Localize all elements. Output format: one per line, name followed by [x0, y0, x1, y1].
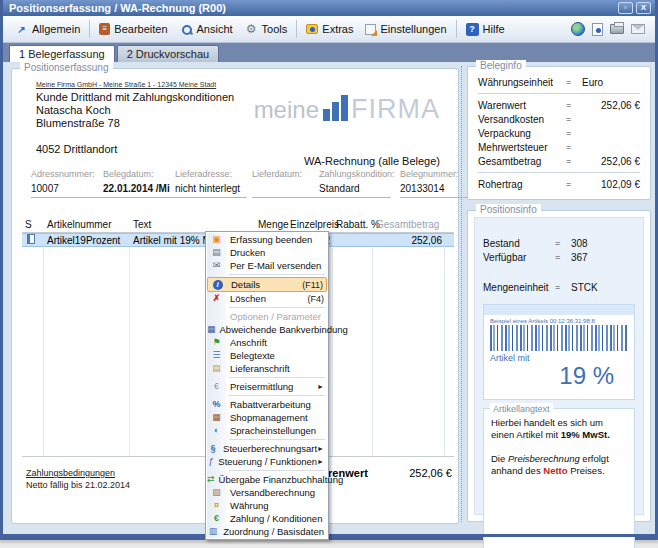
info-row-warenwert: Warenwert=252,06 € [478, 98, 640, 112]
field-zahlungskondition: Zahlungskondition: Standard [319, 169, 403, 198]
row-status-icon [22, 234, 44, 246]
sender-line[interactable]: Meine Firma GmbH - Meine Straße 1 - 1234… [36, 81, 216, 88]
tax-icon: § [207, 442, 219, 455]
menu-allgemein[interactable]: ↗Allgemein [9, 20, 86, 39]
beleginfo-panel: Beleginfo Währungseinheit=Euro Warenwert… [467, 66, 651, 200]
menu-item-details[interactable]: iDetails(F11) [207, 277, 327, 292]
info-row-verfuegbar: Verfügbar=367 [483, 250, 635, 264]
toolbar-separator [89, 20, 90, 38]
info-row-mehrwertsteuer: Mehrwertsteuer= [478, 140, 640, 154]
printer-icon[interactable] [610, 24, 624, 34]
recipient-street: Blumenstraße 78 [36, 117, 234, 130]
arrow-icon: ↗ [15, 23, 28, 36]
discount-icon: % [207, 398, 226, 411]
info-icon: i [208, 278, 227, 291]
logo-text-left: meine [254, 98, 319, 122]
menu-tools[interactable]: ⚙Tools [239, 20, 294, 39]
menu-item-erfassung-beenden[interactable]: ▣Erfassung beenden [207, 233, 327, 246]
mail-icon[interactable] [631, 24, 645, 34]
menu-item-email-versenden[interactable]: ✉Per E-Mail versenden [207, 259, 327, 272]
tab-belegerfassung[interactable]: 1 Belegerfassung [9, 45, 115, 62]
menu-item-zahlung-konditionen[interactable]: €Zahlung / Konditionen [207, 512, 327, 525]
close-window-button[interactable]: X [636, 2, 651, 14]
flag-icon: ⚑ [207, 336, 226, 349]
menu-einstellungen[interactable]: Einstellungen [359, 20, 452, 38]
menu-separator [229, 307, 325, 308]
barcode-caption: Beispiel eines Artikels 00:12:36:31:98:8 [490, 318, 628, 324]
toolbar-separator [456, 20, 457, 38]
menu-item-spracheinstellungen[interactable]: ◐Spracheinstellungen [207, 424, 327, 437]
delivery-address-icon: ▤ [207, 362, 226, 375]
menu-item-preisermittlung[interactable]: €Preisermittlung► [207, 380, 327, 393]
groupbox-label: Beleginfo [476, 60, 526, 71]
menu-item-anschrift[interactable]: ⚑Anschrift [207, 336, 327, 349]
artikellangtext-box: Artikellangtext Hierbei handelt es sich … [483, 408, 635, 548]
gear-icon: ⚙ [245, 23, 258, 36]
menu-item-zuordnung-basisdaten[interactable]: ▥Zuordnung / Basisdaten [207, 525, 327, 538]
submenu-arrow-icon: ► [317, 445, 324, 452]
globe-icon[interactable] [571, 22, 585, 36]
equals-icon: = [555, 282, 571, 292]
info-row-versandkosten: Versandkosten= [478, 112, 640, 126]
menu-item-shopmanagement[interactable]: ▦Shopmanagement [207, 411, 327, 424]
submenu-arrow-icon: ► [317, 383, 324, 390]
folder-icon [306, 24, 318, 34]
recipient-contact: Natascha Koch [36, 104, 234, 117]
equals-icon: = [555, 238, 571, 248]
equals-icon: = [566, 128, 582, 138]
menu-item-waehrung[interactable]: ¤Währung [207, 499, 327, 512]
positionsinfo-panel: Positionsinfo Bestand=308 Verfügbar=367 … [467, 210, 651, 522]
app-window: Positionserfassung / WA-Rechnung (R00) ▫… [0, 0, 658, 540]
price-icon: € [207, 380, 226, 393]
zahlungskondition-value[interactable]: Standard [319, 183, 403, 195]
article-image: Beispiel eines Artikels 00:12:36:31:98:8… [483, 304, 635, 400]
info-row-bestand: Bestand=308 [483, 236, 635, 250]
equals-icon: = [566, 142, 582, 152]
payment-terms-link[interactable]: Zahlungsbedingungen [26, 467, 130, 479]
divider [478, 172, 640, 173]
barcode-percent: 19 % [490, 363, 628, 389]
printer-icon: ▤ [207, 246, 226, 259]
divider [478, 93, 640, 94]
payment-icon: € [207, 512, 226, 525]
menu-separator [229, 395, 325, 396]
cell-gesamtbetrag: 252,06 [373, 235, 445, 246]
restore-window-button[interactable]: ▫ [618, 2, 633, 14]
menu-bearbeiten[interactable]: ≡Bearbeiten [93, 20, 173, 38]
panel-splitter[interactable] [461, 66, 462, 522]
recipient-address: Kunde Drittland mit Zahlungskonditionen … [36, 91, 234, 156]
menu-ansicht[interactable]: Ansicht [174, 20, 239, 39]
menu-item-lieferanschrift[interactable]: ▤Lieferanschrift [207, 362, 327, 375]
email-icon: ✉ [207, 259, 226, 272]
menu-item-steuerung-funktionen[interactable]: ƒSteuerung / Funktionen► [207, 455, 327, 468]
menu-hilfe[interactable]: ?Hilfe [460, 20, 511, 39]
cell-artikelnummer: Artikel19Prozent [44, 235, 130, 246]
tab-strip: 1 Belegerfassung 2 Druckvorschau [3, 43, 655, 62]
menu-item-drucken[interactable]: ▤Drucken [207, 246, 327, 259]
window-title: Positionserfassung / WA-Rechnung (R00) [9, 2, 615, 14]
header-fields: Adressnummer: 10007 Belegdatum: 22.01.20… [12, 169, 458, 217]
shipping-icon: ▧ [207, 486, 226, 499]
menu-item-abweichende-bankverbindung[interactable]: ▦Abweichende Bankverbindung [207, 323, 327, 336]
menu-item-belegtexte[interactable]: ☰Belegtexte [207, 349, 327, 362]
shop-icon: ▦ [207, 411, 226, 424]
document-info-icon[interactable] [592, 23, 603, 36]
menu-item-uebergabe-finanzbuchhaltung[interactable]: ⇄Übergabe Finanzbuchhaltung [207, 473, 327, 486]
equals-icon: = [566, 100, 582, 110]
groupbox-label: Positionserfassung [20, 62, 113, 73]
equals-icon: = [566, 114, 582, 124]
langtext-paragraph-2: Die Preisberechnung erfolgt anhand des N… [491, 453, 627, 477]
edit-icon: ≡ [99, 23, 110, 35]
langtext-paragraph-1: Hierbei handelt es sich um einen Artikel… [491, 417, 627, 441]
payment-terms-text: Netto fällig bis 21.02.2014 [26, 479, 130, 491]
menu-extras[interactable]: Extras [300, 20, 359, 38]
tab-druckvorschau[interactable]: 2 Druckvorschau [117, 45, 220, 62]
logo-bars-icon [323, 95, 348, 121]
info-row-waehrungseinheit: Währungseinheit=Euro [478, 75, 640, 89]
lieferadresse-value[interactable]: nicht hinterlegt [175, 183, 259, 195]
menu-item-versandberechnung[interactable]: ▧Versandberechnung [207, 486, 327, 499]
menu-item-loeschen[interactable]: ✗Löschen(F4) [207, 292, 327, 305]
menu-item-steuerberechnungsart[interactable]: §Steuerberechnungsart► [207, 442, 327, 455]
menu-item-rabattverarbeitung[interactable]: %Rabattverarbeitung [207, 398, 327, 411]
menu-separator [229, 470, 325, 471]
